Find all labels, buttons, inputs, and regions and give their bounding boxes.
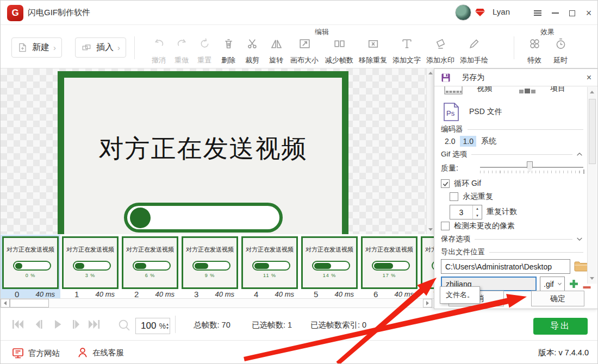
- frame-caption: 对方正在发送视频: [303, 246, 356, 254]
- repeat-count-spinner[interactable]: 3 ▲▼: [450, 205, 482, 219]
- user-name[interactable]: Lyan: [493, 7, 510, 16]
- encoder-option-2.0[interactable]: 2.0: [442, 136, 458, 147]
- frame-thumbnail[interactable]: 对方正在发送视频 20 %: [421, 236, 434, 289]
- rotate-icon: [270, 37, 283, 51]
- insert-button[interactable]: 插入 ›: [75, 37, 126, 58]
- panel-close-icon[interactable]: ×: [587, 73, 591, 83]
- first-frame-button[interactable]: [10, 317, 26, 334]
- encoder-option-系统[interactable]: 系统: [478, 135, 499, 147]
- frame-delay: 40 ms: [36, 290, 55, 298]
- collapse-up-icon[interactable]: [576, 151, 583, 158]
- detect-unchanged-checkbox[interactable]: [441, 222, 450, 230]
- scroll-left-button[interactable]: [1, 299, 10, 307]
- frame-progress-pill: [13, 261, 51, 271]
- scrollbar-thumb[interactable]: [10, 299, 49, 307]
- repeat-forever-option[interactable]: 永远重复: [450, 192, 493, 202]
- tool-label: 删除: [221, 55, 235, 65]
- frame-percent: 11 %: [243, 273, 296, 278]
- encoder-option-1.0[interactable]: 1.0: [460, 136, 476, 147]
- timeline-frame-cell[interactable]: 对方正在发送视频 17 % 6 40 ms: [359, 235, 419, 298]
- export-type-psd[interactable]: Ps PSD 文件: [443, 103, 502, 121]
- frame-thumbnail[interactable]: 对方正在发送视频 11 %: [241, 236, 298, 289]
- frame-index: 2: [134, 290, 139, 298]
- reset-icon: [198, 37, 211, 51]
- frame-delay: 40 ms: [395, 290, 414, 298]
- previous-frame-button[interactable]: [31, 317, 46, 334]
- frame-percent: 3 %: [64, 273, 117, 278]
- export-button[interactable]: 导出: [533, 318, 588, 335]
- tool-remove-duplicate[interactable]: 移除重复: [356, 37, 390, 65]
- zoom-level-spinner[interactable]: 100 % ▲▼: [135, 318, 170, 334]
- scrollbar-thumb[interactable]: [589, 99, 596, 164]
- scroll-down-arrow-icon[interactable]: [428, 228, 433, 231]
- export-type-video[interactable]: 视频: [443, 86, 492, 98]
- canvas-vertical-scrollbar[interactable]: [426, 68, 434, 234]
- close-button[interactable]: ×: [582, 7, 596, 19]
- insert-icon: [81, 43, 92, 53]
- app-window: G 闪电GIF制作软件 Lyan × 新建 › 插入 › 编辑 效果 撤消重做重…: [0, 0, 598, 364]
- tool-crop[interactable]: 裁剪: [241, 37, 264, 65]
- user-avatar[interactable]: [455, 4, 471, 21]
- tool-add-text[interactable]: 添加文字: [390, 37, 423, 65]
- loop-gif-option[interactable]: 循环 Gif: [441, 179, 481, 189]
- vip-gem-icon[interactable]: [475, 8, 485, 19]
- gif-options-section-header[interactable]: Gif 选项: [441, 149, 583, 159]
- scroll-up-arrow-icon[interactable]: [590, 91, 594, 93]
- frame-thumbnail[interactable]: 对方正在发送视频 0 %: [2, 236, 59, 289]
- tool-effects[interactable]: 特效: [522, 37, 546, 65]
- frame-thumbnail[interactable]: 对方正在发送视频 6 %: [122, 236, 178, 289]
- online-support-link[interactable]: 在线客服: [77, 347, 124, 359]
- browse-folder-button[interactable]: [574, 259, 589, 275]
- timeline-frame-cell[interactable]: 对方正在发送视频 11 % 4 40 ms: [240, 235, 300, 298]
- timeline-frame-cell[interactable]: 对方正在发送视频 20 % 7 40 ms: [419, 235, 434, 298]
- timeline-frame-cell[interactable]: 对方正在发送视频 0 % 0 40 ms: [1, 235, 60, 298]
- canvas-area[interactable]: 对方正在发送视频: [1, 68, 426, 234]
- frame-thumbnail[interactable]: 对方正在发送视频 3 %: [62, 236, 119, 289]
- scroll-up-arrow-icon[interactable]: [428, 72, 433, 74]
- next-frame-button[interactable]: [69, 317, 84, 334]
- tool-delete[interactable]: 删除: [217, 37, 240, 65]
- timeline-frame-cell[interactable]: 对方正在发送视频 3 % 1 40 ms: [60, 235, 120, 298]
- spinner-arrows-icon[interactable]: ▲▼: [166, 322, 169, 330]
- ok-button[interactable]: 确定: [531, 291, 584, 306]
- panel-scrollbar[interactable]: [587, 87, 597, 284]
- official-website-link[interactable]: 官方网站: [11, 347, 60, 360]
- tool-add-drawing[interactable]: 添加手绘: [457, 37, 491, 65]
- play-button[interactable]: [51, 317, 65, 334]
- timeline-frame-cell[interactable]: 对方正在发送视频 9 % 3 40 ms: [180, 235, 240, 298]
- timeline-frame-cell[interactable]: 对方正在发送视频 14 % 5 40 ms: [300, 235, 359, 298]
- tool-rotate[interactable]: 旋转: [265, 37, 288, 65]
- tool-reduce-frames[interactable]: 减少帧数: [322, 37, 356, 65]
- maximize-button[interactable]: [565, 7, 579, 19]
- tool-delay[interactable]: 延时: [549, 37, 572, 65]
- detect-unchanged-option[interactable]: 检测未更改的像素: [441, 221, 515, 231]
- extension-dropdown[interactable]: .gif: [540, 277, 565, 291]
- tool-label: 重置: [197, 55, 211, 65]
- menu-button[interactable]: [531, 7, 545, 19]
- minimize-button[interactable]: [548, 7, 562, 19]
- spinner-arrows-icon[interactable]: ▲▼: [472, 205, 482, 219]
- frame-caption: 对方正在发送视频: [4, 246, 57, 254]
- scroll-down-arrow-icon[interactable]: [590, 277, 594, 280]
- scroll-right-button[interactable]: [423, 299, 432, 307]
- timeline-frame-cell[interactable]: 对方正在发送视频 6 % 2 40 ms: [120, 235, 180, 298]
- frame-thumbnail[interactable]: 对方正在发送视频 14 %: [301, 236, 358, 289]
- collapse-down-icon[interactable]: [576, 236, 583, 242]
- add-format-button[interactable]: [569, 279, 578, 291]
- loop-gif-checkbox[interactable]: [441, 179, 450, 188]
- timeline-horizontal-scrollbar[interactable]: [1, 298, 434, 308]
- export-path-input[interactable]: [441, 259, 570, 274]
- export-type-project[interactable]: 项目: [519, 86, 565, 96]
- frame-progress-fill: [254, 263, 270, 269]
- save-options-section-header[interactable]: 保存选项: [441, 234, 583, 244]
- repeat-forever-checkbox[interactable]: [450, 192, 458, 201]
- frame-thumbnail[interactable]: 对方正在发送视频 17 %: [361, 236, 418, 289]
- frame-progress-fill: [135, 263, 146, 269]
- tool-add-watermark[interactable]: 添加水印: [423, 37, 457, 65]
- frame-thumbnail[interactable]: 对方正在发送视频 9 %: [182, 236, 238, 289]
- new-button[interactable]: 新建 ›: [11, 37, 62, 58]
- frame-delay: 40 ms: [155, 290, 175, 298]
- last-frame-button[interactable]: [86, 317, 102, 334]
- gif-preview-frame: 对方正在发送视频: [58, 71, 348, 234]
- tool-canvas-size[interactable]: 画布大小: [288, 37, 321, 65]
